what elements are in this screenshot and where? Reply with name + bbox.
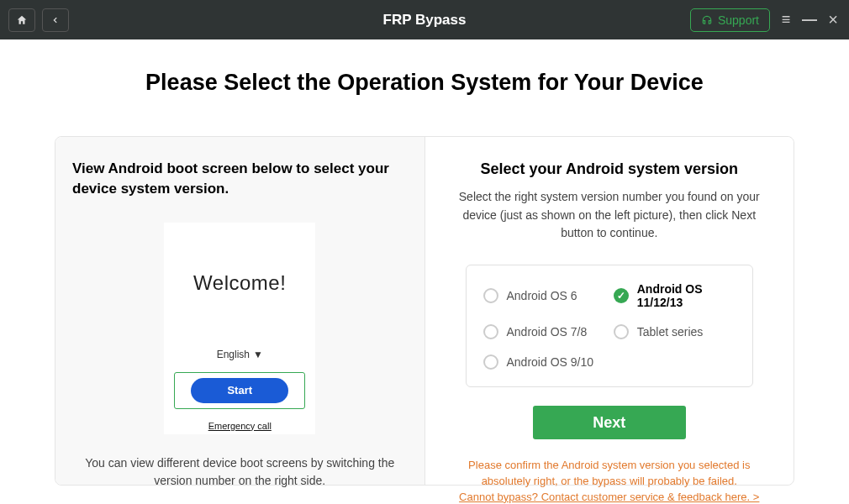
next-button[interactable]: Next (533, 406, 686, 439)
left-note: You can view different device boot scree… (72, 454, 408, 491)
phone-preview: Welcome! English ▼ Start Emergency call (164, 223, 315, 434)
version-options: Android OS 6 Android OS 11/12/13 Android… (466, 265, 754, 387)
chevron-left-icon (51, 15, 60, 25)
radio-checked-icon (614, 288, 629, 303)
warning-text: Please confirm the Android system versio… (442, 458, 778, 504)
left-heading: View Android boot screen below to select… (72, 159, 408, 199)
panels: View Android boot screen below to select… (55, 136, 794, 486)
back-button[interactable] (42, 8, 69, 32)
option-label: Android OS 9/10 (507, 355, 594, 369)
feedback-link[interactable]: Cannot bypass? Contact customer service … (459, 491, 759, 503)
window-controls: ≡ — × (778, 10, 841, 29)
page-title: Please Select the Operation System for Y… (0, 70, 849, 96)
home-icon (16, 14, 28, 26)
option-label: Android OS 11/12/13 (637, 282, 736, 309)
phone-start-highlight: Start (174, 372, 305, 409)
option-label: Android OS 7/8 (507, 325, 588, 339)
option-android-7-8[interactable]: Android OS 7/8 (483, 324, 605, 339)
phone-emergency-link: Emergency call (208, 421, 272, 431)
option-android-9-10[interactable]: Android OS 9/10 (483, 354, 605, 370)
option-label: Android OS 6 (507, 289, 577, 302)
radio-icon (483, 324, 498, 339)
headset-icon (701, 14, 713, 26)
radio-icon (614, 324, 629, 339)
radio-icon (483, 288, 498, 303)
window-title: FRP Bypass (383, 12, 467, 29)
chevron-down-icon: ▼ (253, 349, 263, 360)
phone-language-selector: English ▼ (217, 349, 263, 360)
support-label: Support (718, 13, 759, 27)
option-android-11-12-13[interactable]: Android OS 11/12/13 (614, 282, 736, 309)
titlebar: FRP Bypass Support ≡ — × (0, 0, 849, 39)
titlebar-right: Support ≡ — × (690, 8, 841, 32)
phone-start-button: Start (191, 378, 288, 403)
close-icon[interactable]: × (825, 10, 841, 29)
home-button[interactable] (8, 8, 35, 32)
left-panel: View Android boot screen below to select… (55, 137, 425, 485)
support-button[interactable]: Support (690, 8, 770, 32)
minimize-icon[interactable]: — (802, 11, 817, 29)
option-tablet-series[interactable]: Tablet series (614, 324, 736, 339)
phone-welcome-text: Welcome! (193, 271, 286, 295)
right-heading: Select your Android system version (442, 160, 778, 178)
right-panel: Select your Android system version Selec… (425, 137, 794, 485)
phone-language-label: English (217, 349, 250, 360)
titlebar-left (8, 8, 69, 32)
warning-message: Please confirm the Android system versio… (468, 459, 750, 487)
right-subtext: Select the right system version number y… (442, 188, 778, 243)
option-label: Tablet series (637, 325, 704, 339)
option-android-6[interactable]: Android OS 6 (483, 282, 605, 309)
menu-icon[interactable]: ≡ (778, 11, 794, 29)
radio-icon (483, 354, 498, 370)
